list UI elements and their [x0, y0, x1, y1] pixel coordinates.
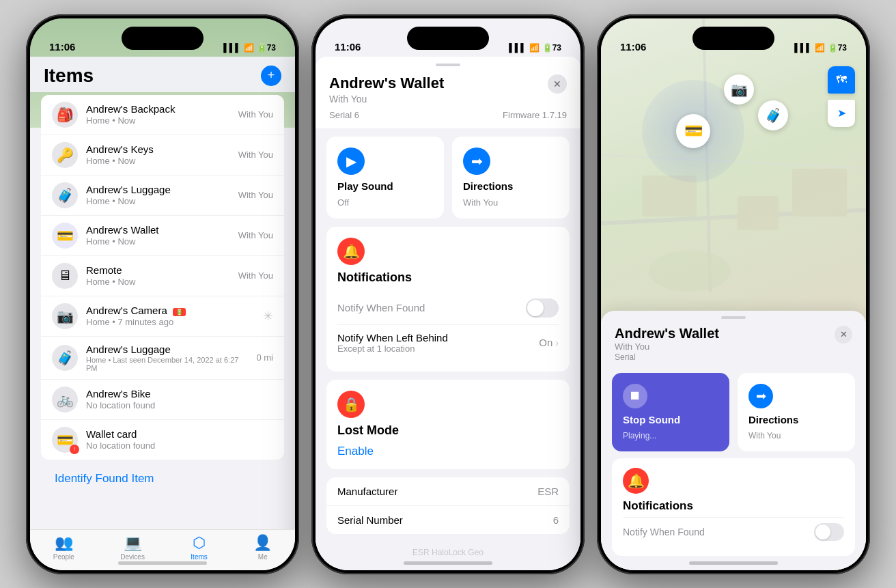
- lost-mode-title: Lost Mode: [337, 423, 559, 438]
- sheet-body-3[interactable]: ⏹ Stop Sound Playing... ➡ Directions Wit…: [601, 366, 866, 564]
- tab-me[interactable]: 👤 Me: [253, 534, 272, 561]
- signal-icon: ▌▌▌: [223, 43, 241, 53]
- item-status: With You: [238, 150, 273, 160]
- tab-people[interactable]: 👥 People: [53, 534, 74, 561]
- notifications-section-3: 🔔 Notifications Notify When Found: [612, 458, 855, 556]
- directions-label-3: Directions: [748, 414, 844, 425]
- item-name: Andrew's Keys: [86, 143, 230, 155]
- wifi-icon-3: 📶: [815, 43, 825, 53]
- notify-found-toggle-3[interactable]: [814, 523, 844, 541]
- enable-lost-mode-link[interactable]: Enable: [337, 445, 559, 458]
- sheet-header-3: Andrew's Wallet With You Serial ✕: [601, 319, 866, 366]
- list-item[interactable]: 🚲 Andrew's Bike No location found: [41, 380, 284, 420]
- play-sound-card[interactable]: ▶ Play Sound Off: [326, 137, 444, 219]
- sheet-title-3: Andrew's Wallet: [615, 326, 719, 341]
- item-name: Andrew's Backpack: [86, 103, 230, 115]
- tab-me-label: Me: [258, 553, 268, 561]
- sheet-title: Andrew's Wallet: [329, 74, 444, 92]
- directions-sub-3: With You: [748, 431, 844, 440]
- item-location: Home • Last seen December 14, 2022 at 6:…: [86, 356, 248, 372]
- home-indicator-3: [689, 561, 778, 565]
- footer-text: ESR HaloLock Geo: [326, 542, 570, 563]
- identify-found-item-link[interactable]: Identify Found Item: [41, 462, 284, 495]
- serial-row: Serial Number 6: [326, 506, 570, 534]
- add-item-button[interactable]: +: [261, 66, 281, 86]
- sheet-subtitle-3: With You: [615, 341, 719, 352]
- item-status: With You: [238, 109, 273, 120]
- stop-sound-card[interactable]: ⏹ Stop Sound Playing...: [612, 373, 729, 451]
- item-icon-walletcard: 💳 !: [52, 427, 78, 453]
- signal-icon-2: ▌▌▌: [509, 43, 527, 53]
- lost-mode-section: 🔒 Lost Mode Enable: [326, 380, 570, 469]
- directions-card-3[interactable]: ➡ Directions With You: [738, 373, 855, 451]
- items-scroll[interactable]: 🎒 Andrew's Backpack Home • Now With You …: [30, 92, 295, 524]
- list-item[interactable]: 💳 Andrew's Wallet Home • Now With You: [41, 216, 284, 256]
- time-2: 11:06: [335, 41, 361, 53]
- notify-left-behind-row[interactable]: Notify When Left Behind Except at 1 loca…: [337, 325, 559, 361]
- directions-card[interactable]: ➡ Directions With You: [452, 137, 570, 219]
- battery-icon-3: 🔋73: [828, 43, 847, 53]
- item-name: Andrew's Luggage: [86, 184, 230, 195]
- map-pin-camera: 📷: [724, 74, 754, 104]
- list-item[interactable]: 🖥 Remote Home • Now With You: [41, 256, 284, 296]
- home-indicator: [118, 561, 207, 565]
- notify-found-label-3: Notify When Found: [623, 527, 705, 537]
- list-item[interactable]: 📷 Andrew's Camera 🔋 Home • 7 minutes ago…: [41, 296, 284, 337]
- list-item[interactable]: 🧳 Andrew's Luggage Home • Last seen Dece…: [41, 337, 284, 380]
- item-status: With You: [238, 270, 273, 281]
- map-icon: 🗺: [836, 74, 847, 86]
- notifications-section: 🔔 Notifications Notify When Found Notify…: [326, 227, 570, 372]
- item-location: No location found: [86, 400, 273, 410]
- tab-items[interactable]: ⬡ Items: [191, 534, 207, 561]
- stop-sound-sub: Playing...: [623, 431, 718, 440]
- notify-found-row-3: Notify When Found: [623, 517, 844, 546]
- sheet-close-button-3[interactable]: ✕: [835, 326, 852, 344]
- chevron-right-icon: ›: [555, 337, 559, 348]
- location-button[interactable]: ➤: [828, 100, 855, 127]
- notify-left-behind-sub: Except at 1 location: [337, 344, 448, 354]
- list-item[interactable]: 💳 ! Wallet card No location found: [41, 420, 284, 460]
- notifications-icon: 🔔: [337, 238, 365, 265]
- location-icon: ➤: [837, 107, 846, 120]
- sheet-body[interactable]: ▶ Play Sound Off ➡ Directions With You 🔔…: [316, 128, 580, 570]
- action-grid-3: ⏹ Stop Sound Playing... ➡ Directions Wit…: [612, 373, 855, 451]
- notify-left-behind-value: On ›: [539, 337, 559, 348]
- svg-rect-4: [738, 196, 779, 230]
- wifi-icon-2: 📶: [529, 43, 540, 53]
- map-view-button[interactable]: 🗺: [828, 66, 855, 94]
- lost-mode-icon: 🔒: [337, 391, 365, 418]
- list-item[interactable]: 🧳 Andrew's Luggage Home • Now With You: [41, 176, 284, 216]
- directions-label: Directions: [463, 180, 559, 192]
- item-icon-luggage2: 🧳: [52, 345, 78, 371]
- item-info-camera: Andrew's Camera 🔋 Home • 7 minutes ago: [86, 305, 255, 327]
- signal-icon-3: ▌▌▌: [794, 43, 812, 53]
- serial-number-value: 6: [553, 514, 559, 526]
- manufacturer-label: Manufacturer: [337, 486, 397, 497]
- sheet-close-button[interactable]: ✕: [548, 74, 567, 94]
- people-icon: 👥: [55, 534, 73, 552]
- notifications-icon-3: 🔔: [623, 468, 649, 494]
- time-3: 11:06: [620, 41, 646, 53]
- battery-icon: 🔋73: [257, 43, 276, 53]
- map-controls: 🗺 ➤: [828, 66, 855, 127]
- items-header: Items +: [30, 57, 295, 92]
- serial-number-label: Serial Number: [337, 514, 403, 526]
- devices-icon: 💻: [124, 534, 142, 552]
- action-grid: ▶ Play Sound Off ➡ Directions With You: [326, 137, 570, 219]
- manufacturer-row: Manufacturer ESR: [326, 477, 570, 506]
- loading-spinner: ✳: [263, 309, 273, 324]
- notifications-title-3: Notifications: [623, 499, 844, 513]
- item-info-luggage2: Andrew's Luggage Home • Last seen Decemb…: [86, 344, 248, 372]
- battery-low-badge: 🔋: [173, 308, 186, 316]
- item-detail-sheet: Andrew's Wallet With You ✕ Serial 6 Firm…: [316, 57, 580, 570]
- item-location: No location found: [86, 440, 273, 451]
- items-list: 🎒 Andrew's Backpack Home • Now With You …: [41, 95, 284, 460]
- list-item[interactable]: 🔑 Andrew's Keys Home • Now With You: [41, 135, 284, 176]
- item-info-bike: Andrew's Bike No location found: [86, 388, 273, 410]
- serial-label-3: Serial: [615, 352, 719, 362]
- firmware-label: Firmware 1.7.19: [503, 110, 567, 120]
- list-item[interactable]: 🎒 Andrew's Backpack Home • Now With You: [41, 95, 284, 135]
- tab-devices[interactable]: 💻 Devices: [120, 534, 145, 561]
- notify-found-toggle[interactable]: [526, 298, 559, 318]
- item-info-walletcard: Wallet card No location found: [86, 428, 273, 451]
